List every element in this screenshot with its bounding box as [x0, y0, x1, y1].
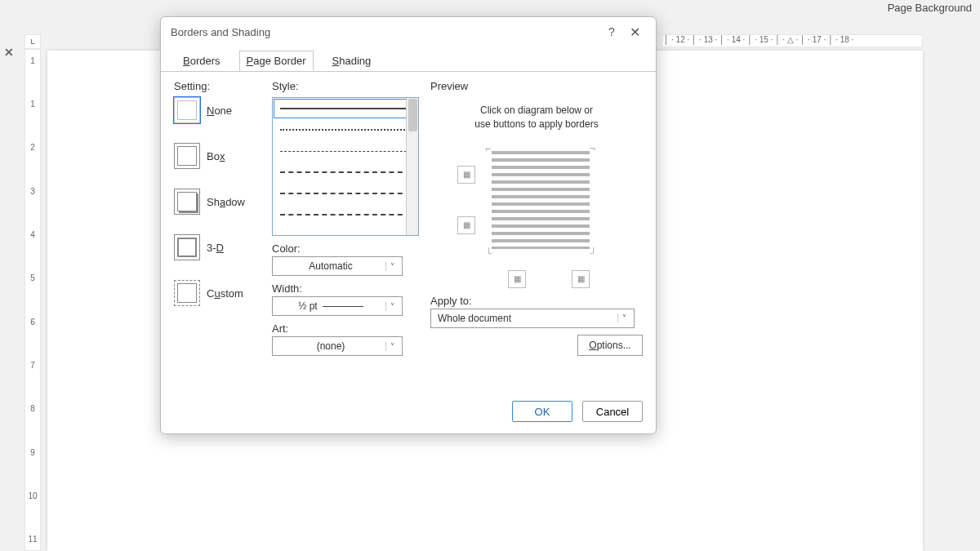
setting-none[interactable]: None: [174, 97, 272, 123]
setting-custom-icon: [174, 280, 200, 306]
style-option-dotted[interactable]: [273, 119, 418, 140]
help-icon[interactable]: ?: [600, 25, 623, 38]
ok-button[interactable]: OK: [512, 401, 572, 422]
setting-shadow-icon: [174, 189, 200, 215]
crop-mark-icon: ┘: [590, 247, 598, 256]
style-option-dashed-small[interactable]: [273, 140, 418, 162]
color-dropdown[interactable]: Automatic ˅: [272, 256, 403, 276]
tab-shading[interactable]: Shading: [325, 51, 379, 71]
border-top-button[interactable]: ▦: [457, 166, 475, 184]
style-option-solid[interactable]: [273, 98, 418, 119]
tab-page-border[interactable]: Page Border: [239, 51, 314, 71]
dialog-titlebar: Borders and Shading ? ✕: [161, 17, 656, 47]
width-dropdown[interactable]: ½ pt ˅: [272, 296, 403, 316]
chevron-down-icon: ˅: [385, 342, 399, 351]
color-label: Color:: [272, 242, 419, 255]
style-label: Style:: [272, 80, 419, 92]
dialog-tabs: Borders Page Border Shading: [161, 47, 656, 71]
preview-page: [492, 151, 590, 249]
dialog-title: Borders and Shading: [171, 26, 600, 38]
crop-mark-icon: ¬: [590, 143, 598, 151]
style-listbox[interactable]: [272, 97, 419, 236]
crop-mark-icon: ⌐: [485, 143, 493, 151]
options-button[interactable]: Options...: [577, 335, 643, 356]
setting-none-icon: [174, 97, 200, 123]
style-option-dashed-large[interactable]: [273, 183, 418, 204]
chevron-down-icon: ˅: [385, 302, 399, 311]
setting-3d-icon: [174, 234, 200, 260]
preview-label: Preview: [430, 80, 643, 92]
border-right-button[interactable]: ▦: [572, 270, 590, 288]
chevron-down-icon: ˅: [617, 313, 630, 322]
apply-to-dropdown[interactable]: Whole document ˅: [430, 309, 635, 328]
ribbon-group-label: Page Background: [880, 0, 980, 16]
ruler-vertical: 1 1 2 3 4 5 6 7 8 9 10 11: [24, 49, 41, 551]
setting-label: Setting:: [174, 80, 272, 92]
chevron-down-icon: ˅: [385, 262, 399, 271]
ruler-horizontal: │ · 12 · │ · 13 · │ · 14 · │ · 15 · │ · …: [662, 34, 923, 47]
ruler-corner: L: [24, 34, 41, 49]
setting-custom[interactable]: Custom: [174, 280, 272, 306]
ruler-close-icon[interactable]: ✕: [4, 46, 14, 59]
border-bottom-button[interactable]: ▦: [457, 216, 475, 234]
setting-3d[interactable]: 3-D: [174, 234, 272, 260]
setting-shadow[interactable]: Shadow: [174, 189, 272, 215]
apply-to-label: Apply to:: [430, 295, 643, 307]
preview-hint: Click on diagram below or use buttons to…: [430, 104, 643, 131]
dialog-footer: OK Cancel: [161, 389, 656, 433]
width-label: Width:: [272, 282, 419, 295]
close-icon[interactable]: ✕: [623, 24, 646, 40]
setting-box[interactable]: Box: [174, 143, 272, 169]
tab-borders[interactable]: Borders: [176, 51, 228, 71]
art-dropdown[interactable]: (none) ˅: [272, 336, 403, 356]
cancel-button[interactable]: Cancel: [582, 401, 643, 422]
style-option-dashed[interactable]: [273, 162, 418, 183]
style-scrollbar[interactable]: [406, 97, 419, 236]
preview-diagram[interactable]: ⌐ ¬ └ ┘ ▦ ▦ ▦ ▦: [451, 143, 622, 290]
borders-and-shading-dialog: Borders and Shading ? ✕ Borders Page Bor…: [160, 16, 657, 434]
border-left-button[interactable]: ▦: [508, 270, 526, 288]
art-label: Art:: [272, 322, 419, 335]
setting-box-icon: [174, 143, 200, 169]
style-option-dashdot[interactable]: [273, 204, 418, 225]
